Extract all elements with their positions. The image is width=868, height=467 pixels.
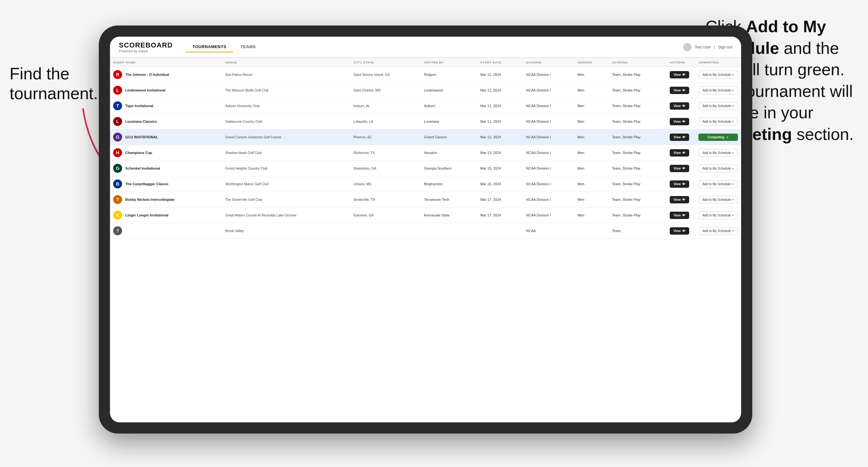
gender-cell <box>575 223 609 239</box>
col-actions: ACTIONS <box>666 58 695 67</box>
col-start-date: START DATE <box>477 58 523 67</box>
view-button[interactable]: View 👁 <box>670 87 689 94</box>
tablet-screen: SCOREBOARD Powered by clippd TOURNAMENTS… <box>110 37 741 423</box>
add-to-schedule-button[interactable]: Add to My Schedule + <box>699 102 738 110</box>
tab-teams[interactable]: TEAMS <box>233 42 263 53</box>
eye-icon: 👁 <box>682 167 685 170</box>
col-event-name: EVENT NAME <box>110 58 222 67</box>
start-date-cell: Mar 11, 2024 <box>477 114 523 129</box>
event-name: Tiger Invitational <box>125 104 153 108</box>
school-logo: ? <box>113 226 122 235</box>
view-button[interactable]: View 👁 <box>670 180 689 188</box>
division-cell: NCAA Division I <box>523 192 574 208</box>
school-logo: K <box>113 211 122 220</box>
view-button[interactable]: View 👁 <box>670 133 689 141</box>
table-row: H Champions Cup Shadow Hawk Golf ClubRic… <box>110 145 741 161</box>
city-cell: Saint Simons Island, GA <box>350 67 421 83</box>
school-logo: R <box>113 70 122 79</box>
actions-cell: View 👁 <box>666 145 695 161</box>
add-to-schedule-button[interactable]: Add to My Schedule + <box>699 164 738 173</box>
check-icon: ✓ <box>726 135 729 139</box>
event-name-cell: ? <box>110 223 222 239</box>
city-cell: Lafayette, LA <box>350 114 421 129</box>
competing-cell: Add to My Schedule + <box>695 223 741 239</box>
event-name-cell: B The Carpetbagger Classic <box>110 176 222 192</box>
competing-button[interactable]: Competing ✓ <box>699 133 738 141</box>
venue-cell: Auburn University Club <box>222 98 350 114</box>
tablet-frame: SCOREBOARD Powered by clippd TOURNAMENTS… <box>99 26 752 434</box>
add-to-schedule-button[interactable]: Add to My Schedule + <box>699 149 738 157</box>
event-name: GCU INVITATIONAL <box>125 135 158 139</box>
start-date-cell: Mar 13, 2024 <box>477 145 523 161</box>
gender-cell: Men <box>575 98 609 114</box>
start-date-cell: Mar 17, 2024 <box>477 192 523 208</box>
scoring-cell: Team, Stroke Play <box>609 67 666 83</box>
separator: | <box>714 45 715 50</box>
add-to-schedule-button[interactable]: Add to My Schedule + <box>699 180 738 188</box>
hosted-by-cell: Houston <box>421 145 477 161</box>
add-to-schedule-button[interactable]: Add to My Schedule + <box>699 211 738 219</box>
nav-tabs: TOURNAMENTS TEAMS <box>186 42 263 53</box>
division-cell: NCAA Division I <box>523 67 574 83</box>
city-cell: Eatonton, GA <box>350 208 421 223</box>
table-row: L Louisiana Classics Oakbourne Country C… <box>110 114 741 129</box>
sign-out-link[interactable]: Sign out <box>718 45 732 50</box>
event-name-cell: G Schenkel Invitational <box>110 161 222 176</box>
actions-cell: View 👁 <box>666 67 695 83</box>
view-button[interactable]: View 👁 <box>670 212 689 219</box>
scoring-cell: Team, <box>609 223 666 239</box>
school-logo: L <box>113 86 122 95</box>
col-hosted-by: HOSTED BY <box>421 58 477 67</box>
app-logo-sub: Powered by clippd <box>119 50 173 53</box>
add-to-schedule-button[interactable]: Add to My Schedule + <box>699 118 738 126</box>
view-button[interactable]: View 👁 <box>670 165 689 172</box>
table-row: R The Johnnie - O Individual Sea Palms R… <box>110 67 741 83</box>
scoring-cell: Team, Stroke Play <box>609 98 666 114</box>
division-cell: NCAA <box>523 223 574 239</box>
table-row: T Bobby Nichols Intercollegiate The Sevi… <box>110 192 741 208</box>
school-logo: L <box>113 117 122 126</box>
actions-cell: View 👁 <box>666 114 695 129</box>
table-row: B The Carpetbagger Classic Worthington M… <box>110 176 741 192</box>
col-scoring: SCORING <box>609 58 666 67</box>
view-button[interactable]: View 👁 <box>670 149 689 157</box>
event-name: Champions Cup <box>125 151 152 155</box>
eye-icon: 👁 <box>682 182 685 186</box>
add-to-schedule-button[interactable]: Add to My Schedule + <box>699 86 738 94</box>
add-to-schedule-button[interactable]: Add to My Schedule + <box>699 71 738 79</box>
tab-tournaments[interactable]: TOURNAMENTS <box>186 42 233 53</box>
event-name-cell: K Linger Longer Invitational <box>110 208 222 223</box>
view-button[interactable]: View 👁 <box>670 196 689 204</box>
view-button[interactable]: View 👁 <box>670 118 689 125</box>
view-button[interactable]: View 👁 <box>670 227 689 235</box>
table-row: K Linger Longer Invitational Great Water… <box>110 208 741 223</box>
scoring-cell: Team, Stroke Play <box>609 83 666 98</box>
scoring-cell: Team, Stroke Play <box>609 161 666 176</box>
header-right: Test User | Sign out <box>683 43 732 51</box>
school-logo: G <box>113 133 122 142</box>
eye-icon: 👁 <box>682 89 685 92</box>
view-button[interactable]: View 👁 <box>670 102 689 110</box>
col-venue: VENUE <box>222 58 350 67</box>
division-cell: NCAA Division I <box>523 114 574 129</box>
city-cell <box>350 223 421 239</box>
add-to-schedule-button[interactable]: Add to My Schedule + <box>699 227 738 235</box>
add-to-schedule-button[interactable]: Add to My Schedule + <box>699 196 738 204</box>
eye-icon: 👁 <box>682 151 685 155</box>
division-cell: NCAA Division I <box>523 98 574 114</box>
school-logo: T <box>113 101 122 110</box>
gender-cell: Men <box>575 176 609 192</box>
event-name: Louisiana Classics <box>125 120 157 123</box>
division-cell: NCAA Division I <box>523 208 574 223</box>
gender-cell: Men <box>575 208 609 223</box>
start-date-cell: Mar 11, 2024 <box>477 83 523 98</box>
city-cell: Saint Charles, MO <box>350 83 421 98</box>
venue-cell: Grand Canyon University Golf Course <box>222 129 350 145</box>
col-competing: COMPETING <box>695 58 741 67</box>
view-button[interactable]: View 👁 <box>670 71 689 79</box>
competing-cell: Add to My Schedule + <box>695 145 741 161</box>
scoring-cell: Team, Stroke Play <box>609 129 666 145</box>
actions-cell: View 👁 <box>666 176 695 192</box>
start-date-cell: Mar 16, 2024 <box>477 176 523 192</box>
scoring-cell: Team, Stroke Play <box>609 192 666 208</box>
